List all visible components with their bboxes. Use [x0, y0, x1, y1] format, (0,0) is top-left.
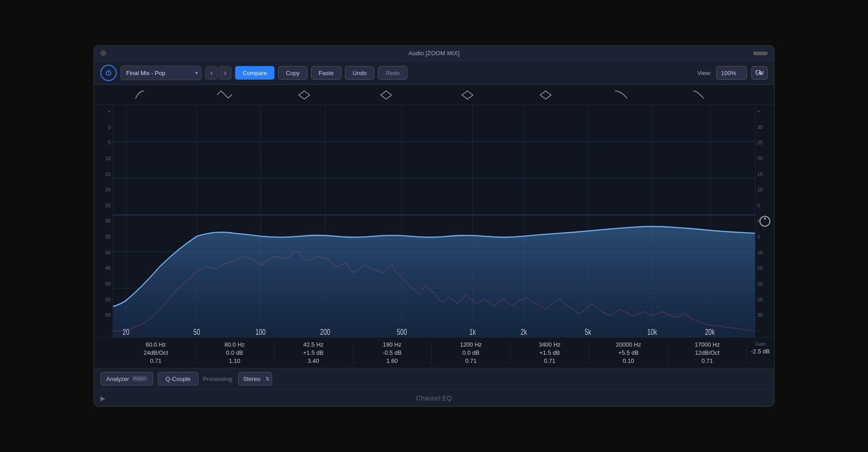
compare-button[interactable]: Compare — [235, 66, 274, 80]
gain-label: Gain — [755, 341, 765, 347]
band4-info: 190 Hz -0.5 dB 1.60 — [353, 341, 432, 364]
redo-button[interactable]: Redo — [378, 66, 407, 80]
band1-freq: 60.0 Hz — [146, 341, 166, 348]
y-label-r: 20 — [757, 156, 772, 161]
gain-display — [760, 216, 770, 227]
gain-knob[interactable] — [760, 216, 770, 227]
y-label: 25 — [96, 203, 111, 208]
band2-q: 1.10 — [229, 357, 240, 364]
band-info-area: 60.0 Hz 24dB/Oct 0.71 80.0 Hz 0.0 dB 1.1… — [94, 337, 774, 368]
y-label: 30 — [96, 218, 111, 224]
y-label-r: 30 — [757, 312, 772, 318]
preset-select[interactable]: Final Mix - Pop — [120, 66, 202, 80]
band3-q: 3.40 — [307, 357, 319, 364]
toolbar-right: View: 100% — [697, 66, 768, 80]
band2-info: 80.0 Hz 0.0 dB 1.10 — [195, 341, 274, 364]
band5-info: 1200 Hz 0.0 dB 0.71 — [432, 341, 510, 364]
svg-text:50: 50 — [193, 328, 200, 336]
processing-select[interactable]: Stereo Left Right Mid Side — [238, 372, 272, 385]
analyzer-button[interactable]: Analyzer POST — [100, 372, 153, 385]
y-label: 5 — [96, 140, 111, 145]
power-button[interactable] — [100, 65, 117, 81]
view-select[interactable]: 100% — [716, 66, 747, 80]
y-label-r: 5 — [757, 234, 772, 239]
undo-button[interactable]: Undo — [345, 66, 374, 80]
band1-handle[interactable] — [135, 90, 148, 100]
band4-freq: 190 Hz — [383, 341, 401, 348]
y-label-r: 10 — [757, 187, 772, 192]
band5-gain: 0.0 dB — [462, 349, 480, 356]
y-label: 50 — [96, 281, 111, 286]
band8-handle[interactable] — [693, 90, 704, 100]
y-label-r: 15 — [757, 171, 772, 177]
nav-back-button[interactable]: ‹ — [205, 66, 218, 80]
band7-q: 0.10 — [623, 357, 634, 364]
band3-handle[interactable] — [298, 90, 311, 100]
link-button[interactable] — [751, 66, 768, 80]
q-couple-button[interactable]: Q-Couple — [158, 372, 198, 385]
band6-gain: +1.5 dB — [539, 349, 560, 356]
band1-info: 60.0 Hz 24dB/Oct 0.71 — [117, 341, 195, 364]
processing-label: Processing: — [203, 376, 234, 382]
svg-text:500: 500 — [397, 328, 407, 336]
band8-q: 0.71 — [702, 357, 713, 364]
analyzer-label: Analyzer — [106, 376, 129, 382]
eq-graph[interactable]: 20 50 100 200 500 1k 2k 5k 10k 20k — [113, 105, 755, 337]
close-button[interactable] — [100, 50, 106, 56]
band4-gain: -0.5 dB — [382, 349, 401, 356]
copy-button[interactable]: Copy — [278, 66, 307, 80]
band1-gain: 24dB/Oct — [144, 349, 168, 356]
band8-gain: 12dB/Oct — [695, 349, 719, 356]
nav-forward-button[interactable]: › — [219, 66, 231, 80]
y-label-r: + — [757, 109, 772, 114]
y-label-r: 25 — [757, 297, 772, 302]
y-label: + — [96, 109, 111, 114]
window-title: Audio [ZOOM MIX] — [408, 50, 459, 57]
view-label: View: — [697, 70, 712, 76]
band-handles-row — [94, 85, 774, 105]
svg-marker-1 — [381, 91, 392, 99]
band4-handle[interactable] — [380, 90, 392, 100]
svg-marker-0 — [299, 91, 310, 99]
y-label: 0 — [96, 124, 111, 130]
footer: ▶ Channel EQ — [94, 389, 774, 406]
band2-handle[interactable] — [217, 90, 233, 100]
minimize-button[interactable] — [753, 52, 768, 55]
y-axis-left: + 0 5 10 15 20 25 30 35 40 45 50 55 60 - — [94, 105, 113, 337]
svg-text:100: 100 — [255, 328, 266, 336]
band7-gain: +5.5 dB — [618, 349, 639, 356]
svg-marker-2 — [462, 91, 473, 99]
band2-gain: 0.0 dB — [226, 349, 243, 356]
band8-info: 17000 Hz 12dB/Oct 0.71 — [668, 341, 747, 364]
y-label: 15 — [96, 171, 111, 177]
band8-freq: 17000 Hz — [695, 341, 720, 348]
y-label: - — [96, 328, 111, 333]
band6-handle[interactable] — [539, 90, 552, 100]
plugin-name: Channel EQ — [416, 395, 452, 402]
band3-freq: 42.5 Hz — [303, 341, 324, 348]
band5-q: 0.71 — [465, 357, 476, 364]
band5-handle[interactable] — [461, 90, 474, 100]
svg-text:20: 20 — [123, 328, 129, 336]
y-label: 35 — [96, 234, 111, 239]
svg-text:5k: 5k — [585, 328, 591, 336]
title-bar: Audio [ZOOM MIX] — [94, 46, 774, 61]
processing-wrapper: Stereo Left Right Mid Side ⇅ — [238, 372, 272, 385]
band3-gain: +1.5 dB — [303, 349, 324, 356]
paste-button[interactable]: Paste — [311, 66, 341, 80]
band5-freq: 1200 Hz — [460, 341, 481, 348]
band3-info: 42.5 Hz +1.5 dB 3.40 — [274, 341, 353, 364]
band2-freq: 80.0 Hz — [224, 341, 245, 348]
toolbar: Final Mix - Pop ▾ ‹ › Compare Copy Paste… — [94, 61, 774, 85]
y-label: 45 — [96, 265, 111, 271]
view-wrapper: 100% — [716, 66, 747, 80]
y-label: 10 — [96, 156, 111, 161]
band7-handle[interactable] — [614, 90, 628, 100]
y-label: 20 — [96, 187, 111, 192]
bottom-controls: Analyzer POST Q-Couple Processing: Stere… — [94, 368, 774, 389]
band7-freq: 20000 Hz — [616, 341, 641, 348]
play-button[interactable]: ▶ — [100, 395, 105, 402]
band6-q: 0.71 — [544, 357, 555, 364]
y-label-r: 20 — [757, 281, 772, 286]
y-axis-right: + 30 25 20 15 10 5 0 5 10 15 20 25 30 - — [755, 105, 774, 337]
